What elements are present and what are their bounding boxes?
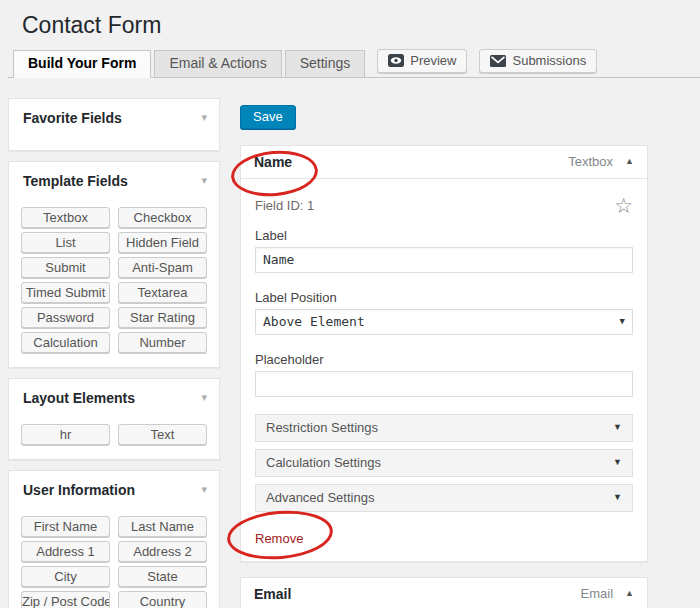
advanced-settings-accordion[interactable]: Advanced Settings ▼	[255, 484, 633, 512]
chevron-down-icon: ▼	[613, 458, 622, 467]
remove-link[interactable]: Remove	[255, 531, 303, 546]
preview-eye-icon	[388, 54, 404, 67]
field-title: Email	[254, 586, 291, 602]
field-button-checkbox[interactable]: Checkbox	[118, 207, 207, 228]
field-button-calculation[interactable]: Calculation	[21, 332, 110, 353]
panel-body: Textbox Checkbox List Hidden Field Submi…	[9, 199, 219, 367]
panel-body: First Name Last Name Address 1 Address 2…	[9, 508, 219, 608]
chevron-down-icon[interactable]: ▾	[201, 392, 207, 403]
field-button-textarea[interactable]: Textarea	[118, 282, 207, 303]
field-title: Name	[254, 154, 292, 170]
form-builder-main: Save Name Textbox ▲ Field ID: 1 ☆	[240, 98, 648, 608]
panel-title: Favorite Fields	[23, 110, 122, 126]
field-button-country[interactable]: Country	[118, 591, 207, 608]
accordion-label: Advanced Settings	[266, 490, 374, 505]
label-position-select[interactable]: Above Element ▼	[255, 309, 633, 335]
save-button[interactable]: Save	[240, 105, 296, 129]
label-position-caption: Label Position	[255, 290, 633, 305]
field-type-label: Email	[581, 586, 614, 601]
panel-body: hr Text	[9, 416, 219, 459]
panel-title: User Information	[23, 482, 135, 498]
field-button-first-name[interactable]: First Name	[21, 516, 110, 537]
field-panel-header-email[interactable]: Email Email ▲	[241, 578, 647, 608]
collapse-arrow-icon[interactable]: ▲	[625, 157, 634, 166]
panel-body-empty	[9, 136, 219, 150]
field-button-number[interactable]: Number	[118, 332, 207, 353]
panel-title: Template Fields	[23, 173, 128, 189]
chevron-down-icon: ▼	[613, 423, 622, 432]
tab-email-and-actions[interactable]: Email & Actions	[154, 50, 281, 77]
envelope-icon	[490, 55, 506, 67]
preview-button-label: Preview	[410, 53, 456, 68]
field-button-address-2[interactable]: Address 2	[118, 541, 207, 562]
chevron-down-icon[interactable]: ▾	[201, 112, 207, 123]
field-button-hr[interactable]: hr	[21, 424, 110, 445]
field-panel-email: Email Email ▲ Field ID: 2 ☆ Label	[240, 577, 648, 608]
content-area: Favorite Fields ▾ Template Fields ▾ Text…	[8, 78, 700, 608]
field-button-textbox[interactable]: Textbox	[21, 207, 110, 228]
field-panel-body: Field ID: 1 ☆ Label Label Position Above…	[241, 179, 647, 561]
field-button-list[interactable]: List	[21, 232, 110, 253]
label-input[interactable]	[255, 247, 633, 273]
collapse-arrow-icon[interactable]: ▲	[625, 589, 634, 598]
field-button-star-rating[interactable]: Star Rating	[118, 307, 207, 328]
submissions-button[interactable]: Submissions	[479, 49, 597, 73]
sidebar-panel-template-fields: Template Fields ▾ Textbox Checkbox List …	[8, 161, 220, 368]
field-id-row: Field ID: 1 ☆	[255, 195, 633, 216]
chevron-down-icon: ▼	[613, 493, 622, 502]
field-button-submit[interactable]: Submit	[21, 257, 110, 278]
placeholder-input[interactable]	[255, 371, 633, 397]
field-button-anti-spam[interactable]: Anti-Spam	[118, 257, 207, 278]
field-button-password[interactable]: Password	[21, 307, 110, 328]
user-information-buttons: First Name Last Name Address 1 Address 2…	[21, 516, 207, 608]
submissions-button-label: Submissions	[512, 53, 586, 68]
tab-bar: Build Your Form Email & Actions Settings…	[8, 51, 700, 78]
panel-header-user-information[interactable]: User Information ▾	[9, 471, 219, 508]
chevron-down-icon[interactable]: ▾	[201, 484, 207, 495]
calculation-settings-accordion[interactable]: Calculation Settings ▼	[255, 449, 633, 477]
panel-header-layout-elements[interactable]: Layout Elements ▾	[9, 379, 219, 416]
chevron-down-icon[interactable]: ▾	[201, 175, 207, 186]
fields-sidebar: Favorite Fields ▾ Template Fields ▾ Text…	[8, 98, 220, 608]
panel-header-favorite-fields[interactable]: Favorite Fields ▾	[9, 99, 219, 136]
placeholder-group: Placeholder	[255, 352, 633, 397]
field-button-hidden-field[interactable]: Hidden Field	[118, 232, 207, 253]
sidebar-panel-layout-elements: Layout Elements ▾ hr Text	[8, 378, 220, 460]
field-button-city[interactable]: City	[21, 566, 110, 587]
tab-build-your-form[interactable]: Build Your Form	[13, 50, 151, 78]
accordion-label: Restriction Settings	[266, 420, 378, 435]
preview-button[interactable]: Preview	[377, 49, 467, 73]
page-root: Contact Form Build Your Form Email & Act…	[0, 0, 700, 608]
field-type-label: Textbox	[568, 154, 613, 169]
field-button-zip-post-code[interactable]: Zip / Post Code	[21, 591, 110, 608]
field-button-timed-submit[interactable]: Timed Submit	[21, 282, 110, 303]
sidebar-panel-user-information: User Information ▾ First Name Last Name …	[8, 470, 220, 608]
accordion-label: Calculation Settings	[266, 455, 381, 470]
panel-title: Layout Elements	[23, 390, 135, 406]
tab-settings[interactable]: Settings	[285, 50, 366, 77]
field-button-address-1[interactable]: Address 1	[21, 541, 110, 562]
field-button-state[interactable]: State	[118, 566, 207, 587]
restriction-settings-accordion[interactable]: Restriction Settings ▼	[255, 414, 633, 442]
sidebar-panel-favorite-fields: Favorite Fields ▾	[8, 98, 220, 151]
field-id-label: Field ID: 1	[255, 198, 314, 213]
field-panel-name: Name Textbox ▲ Field ID: 1 ☆ Label	[240, 145, 648, 562]
field-panel-header-name[interactable]: Name Textbox ▲	[241, 146, 647, 179]
layout-element-buttons: hr Text	[21, 424, 207, 445]
placeholder-caption: Placeholder	[255, 352, 633, 367]
field-button-last-name[interactable]: Last Name	[118, 516, 207, 537]
field-button-text[interactable]: Text	[118, 424, 207, 445]
favorite-star-icon[interactable]: ☆	[614, 195, 633, 216]
label-position-value: Above Element	[263, 314, 365, 329]
label-caption: Label	[255, 228, 633, 243]
label-position-group: Label Position Above Element ▼	[255, 290, 633, 335]
label-group: Label	[255, 228, 633, 273]
panel-header-template-fields[interactable]: Template Fields ▾	[9, 162, 219, 199]
select-caret-icon: ▼	[620, 317, 625, 326]
template-field-buttons: Textbox Checkbox List Hidden Field Submi…	[21, 207, 207, 353]
page-title: Contact Form	[8, 0, 700, 51]
